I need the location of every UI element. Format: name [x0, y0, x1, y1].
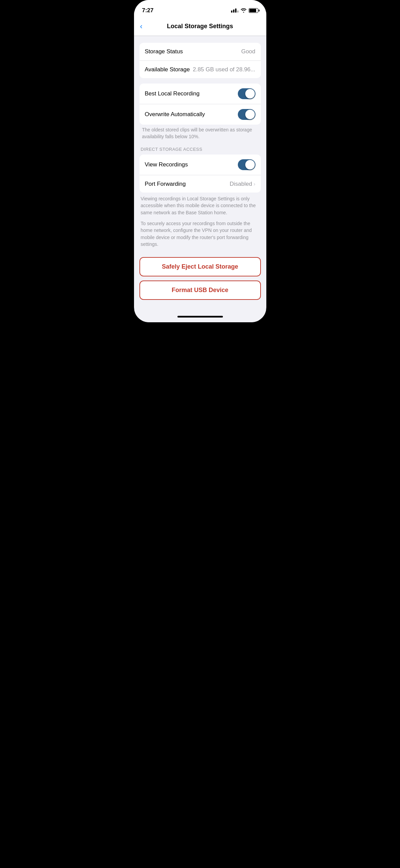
eject-storage-button[interactable]: Safely Eject Local Storage — [139, 257, 261, 276]
back-button[interactable]: ‹ — [140, 22, 142, 31]
status-time: 7:27 — [142, 7, 154, 14]
home-indicator — [134, 311, 266, 322]
direct-storage-card: View Recordings Port Forwarding Disabled… — [139, 155, 261, 193]
recording-section: Best Local Recording Overwrite Automatic… — [139, 84, 261, 140]
page-title: Local Storage Settings — [167, 23, 233, 30]
overwrite-helper-text: The oldest stored clips will be overwrit… — [141, 127, 260, 140]
best-local-recording-toggle[interactable] — [238, 88, 255, 99]
status-icons — [231, 8, 258, 14]
available-storage-value: 2.85 GB used of 28.96... — [193, 66, 255, 73]
port-forwarding-row[interactable]: Port Forwarding Disabled › — [139, 175, 261, 193]
available-storage-label: Available Storage — [145, 66, 190, 73]
status-bar: 7:27 — [134, 0, 266, 17]
wifi-icon — [241, 8, 247, 14]
port-forwarding-value: Disabled — [230, 181, 252, 187]
overwrite-auto-label: Overwrite Automatically — [145, 111, 205, 118]
storage-status-value: Good — [241, 48, 255, 55]
best-local-recording-label: Best Local Recording — [145, 90, 200, 97]
storage-status-card: Storage Status Good Available Storage 2.… — [139, 43, 261, 78]
direct-storage-header: DIRECT STORAGE ACCESS — [139, 147, 261, 152]
view-recordings-label: View Recordings — [145, 161, 188, 168]
storage-status-row: Storage Status Good — [139, 43, 261, 60]
format-usb-button[interactable]: Format USB Device — [139, 281, 261, 300]
view-recordings-toggle[interactable] — [238, 159, 255, 170]
available-storage-row: Available Storage 2.85 GB used of 28.96.… — [139, 60, 261, 78]
recording-card: Best Local Recording Overwrite Automatic… — [139, 84, 261, 125]
chevron-right-icon: › — [253, 181, 255, 187]
storage-status-label: Storage Status — [145, 48, 183, 55]
best-local-recording-row: Best Local Recording — [139, 84, 261, 104]
home-bar — [177, 316, 223, 318]
signal-bars-icon — [231, 8, 239, 13]
view-recordings-row: View Recordings — [139, 155, 261, 175]
content-area: Storage Status Good Available Storage 2.… — [134, 36, 266, 254]
nav-bar: ‹ Local Storage Settings — [134, 17, 266, 36]
port-forwarding-value-group: Disabled › — [230, 181, 255, 187]
bottom-buttons: Safely Eject Local Storage Format USB De… — [134, 257, 266, 311]
info-paragraph-2: To securely access your recordings from … — [141, 220, 260, 248]
battery-icon — [249, 8, 258, 13]
info-paragraph-1: Viewing recordings in Local Storage Sett… — [141, 195, 260, 216]
overwrite-auto-toggle[interactable] — [238, 109, 255, 120]
direct-storage-section: DIRECT STORAGE ACCESS View Recordings Po… — [139, 145, 261, 248]
direct-storage-info: Viewing recordings in Local Storage Sett… — [139, 195, 261, 248]
port-forwarding-label: Port Forwarding — [145, 181, 186, 187]
phone-frame: 7:27 ‹ Local Storage S — [134, 0, 266, 322]
overwrite-auto-row: Overwrite Automatically — [139, 104, 261, 125]
